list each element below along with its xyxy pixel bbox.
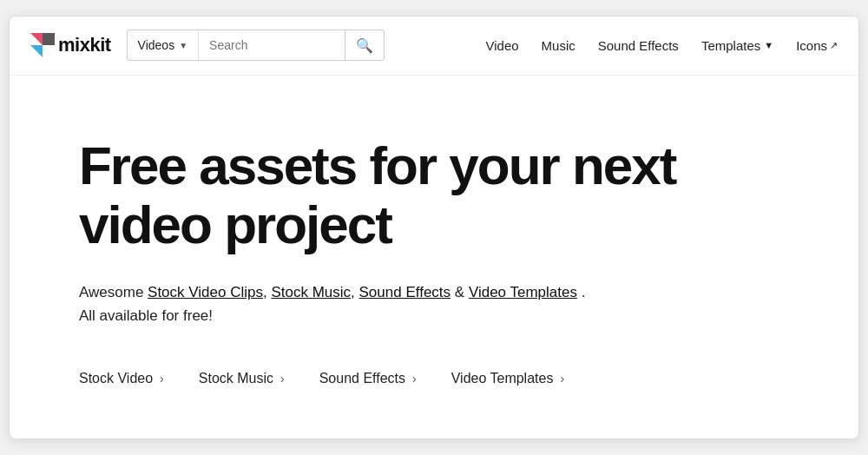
svg-marker-0 xyxy=(30,33,43,45)
arrow-icon-sound-effects: › xyxy=(412,372,417,386)
cat-link-video-templates[interactable]: Video Templates › xyxy=(451,371,599,386)
search-icon: 🔍 xyxy=(356,37,373,54)
hero-subtitle: Awesome Stock Video Clips, Stock Music, … xyxy=(79,280,789,327)
category-links: Stock Video › Stock Music › Sound Effect… xyxy=(79,371,789,386)
videos-label: Videos xyxy=(138,38,175,52)
search-input[interactable] xyxy=(198,30,345,61)
nav-link-sound-effects[interactable]: Sound Effects xyxy=(598,38,679,53)
subtitle-ampersand: & xyxy=(455,284,469,300)
cat-label-stock-music: Stock Music xyxy=(199,371,273,386)
nav-link-templates[interactable]: Templates ▼ xyxy=(701,38,773,53)
hero-section: Free assets for your next video project … xyxy=(10,76,858,439)
logo-icon xyxy=(30,33,55,57)
cat-label-video-templates: Video Templates xyxy=(451,371,554,386)
hero-title: Free assets for your next video project xyxy=(79,136,704,254)
cat-label-sound-effects: Sound Effects xyxy=(319,371,405,386)
link-sound-effects[interactable]: Sound Effects xyxy=(359,284,451,300)
cat-label-stock-video: Stock Video xyxy=(79,371,153,386)
chevron-down-icon-templates: ▼ xyxy=(764,40,773,50)
arrow-icon-stock-music: › xyxy=(280,372,285,386)
arrow-icon-video-templates: › xyxy=(560,372,564,386)
cat-link-stock-music[interactable]: Stock Music › xyxy=(199,371,319,386)
arrow-icon-stock-video: › xyxy=(160,372,164,386)
nav-right: Video Music Sound Effects Templates ▼ Ic… xyxy=(485,38,838,53)
external-link-icon: ↗ xyxy=(830,40,838,51)
search-area: Videos ▼ 🔍 xyxy=(127,30,385,61)
link-stock-music[interactable]: Stock Music xyxy=(271,284,351,300)
svg-marker-1 xyxy=(43,33,55,45)
subtitle-prefix: Awesome xyxy=(79,284,148,300)
logo-text: mixkit xyxy=(58,34,111,56)
svg-marker-2 xyxy=(30,45,43,57)
app-window: mixkit Videos ▼ 🔍 Video Music Sound Effe… xyxy=(9,16,859,440)
link-stock-video-clips[interactable]: Stock Video Clips xyxy=(148,284,263,300)
nav-link-music[interactable]: Music xyxy=(542,38,575,53)
videos-dropdown-button[interactable]: Videos ▼ xyxy=(127,30,198,61)
chevron-down-icon: ▼ xyxy=(179,41,187,50)
header: mixkit Videos ▼ 🔍 Video Music Sound Effe… xyxy=(10,16,858,76)
logo[interactable]: mixkit xyxy=(30,33,111,57)
nav-link-video[interactable]: Video xyxy=(485,38,518,53)
icons-label: Icons xyxy=(796,38,827,53)
cat-link-sound-effects[interactable]: Sound Effects › xyxy=(319,371,451,386)
cat-link-stock-video[interactable]: Stock Video › xyxy=(79,371,199,386)
templates-label: Templates xyxy=(701,38,760,53)
search-button[interactable]: 🔍 xyxy=(345,30,385,61)
nav-link-icons[interactable]: Icons ↗ xyxy=(796,38,838,53)
link-video-templates[interactable]: Video Templates xyxy=(469,284,577,300)
